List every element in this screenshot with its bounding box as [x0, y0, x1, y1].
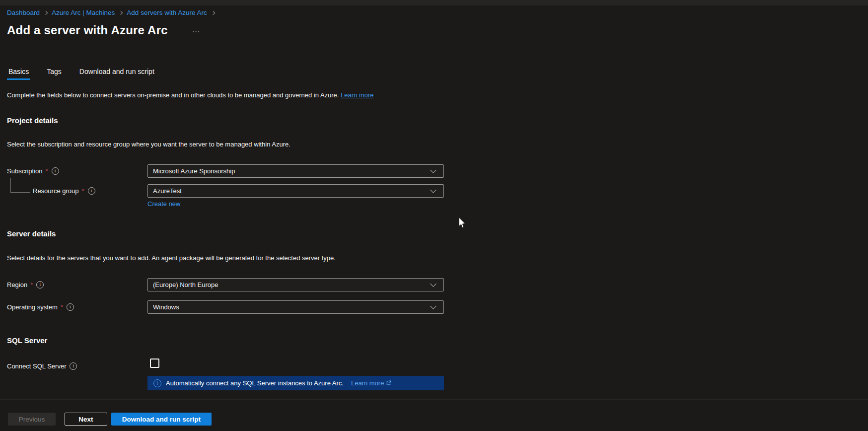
subscription-label-text: Subscription: [7, 167, 43, 175]
region-value: (Europe) North Europe: [148, 281, 431, 288]
tab-basics[interactable]: Basics: [7, 68, 30, 80]
region-label: Region *: [7, 281, 44, 288]
info-icon[interactable]: [67, 303, 74, 311]
chevron-down-icon: [430, 187, 436, 193]
sql-info-banner-text: Automatically connect any SQL Server ins…: [166, 379, 344, 387]
intro-text: Complete the fields below to connect ser…: [7, 91, 374, 99]
resource-group-value: AzureTest: [148, 187, 431, 195]
project-details-heading: Project details: [7, 116, 58, 125]
sql-info-banner: Automatically connect any SQL Server ins…: [147, 376, 444, 390]
breadcrumb-azure-arc-machines[interactable]: Azure Arc | Machines: [52, 9, 115, 16]
mouse-cursor: [458, 217, 467, 229]
resource-group-dropdown[interactable]: AzureTest: [147, 184, 444, 198]
intro-learn-more-link[interactable]: Learn more: [341, 91, 373, 99]
create-new-link[interactable]: Create new: [147, 200, 180, 208]
required-asterisk: *: [30, 281, 33, 288]
operating-system-dropdown[interactable]: Windows: [147, 300, 444, 314]
next-button[interactable]: Next: [65, 413, 107, 426]
operating-system-label: Operating system *: [7, 303, 74, 311]
parent-child-connector: [10, 178, 30, 193]
server-details-description: Select details for the servers that you …: [7, 254, 336, 262]
tab-tags[interactable]: Tags: [45, 68, 63, 80]
project-details-description: Select the subscription and resource gro…: [7, 141, 290, 148]
external-link-icon: [386, 380, 391, 386]
connect-sql-server-label: Connect SQL Server: [7, 362, 77, 370]
footer-divider: [0, 400, 868, 400]
operating-system-label-text: Operating system: [7, 303, 58, 311]
breadcrumb-add-servers[interactable]: Add servers with Azure Arc: [127, 9, 207, 16]
required-asterisk: *: [61, 303, 63, 311]
sql-server-heading: SQL Server: [7, 336, 47, 345]
previous-button[interactable]: Previous: [8, 413, 56, 426]
chevron-down-icon: [430, 167, 436, 173]
subscription-value: Microsoft Azure Sponsorship: [148, 167, 431, 175]
sql-banner-learn-more-link[interactable]: Learn more: [351, 379, 391, 387]
tab-download-and-run-script[interactable]: Download and run script: [78, 68, 156, 80]
subscription-dropdown[interactable]: Microsoft Azure Sponsorship: [147, 164, 444, 178]
chevron-right-icon: [119, 11, 123, 15]
chevron-down-icon: [430, 303, 436, 309]
connect-sql-server-checkbox[interactable]: [150, 359, 159, 368]
sql-banner-learn-more-label: Learn more: [351, 379, 384, 387]
server-details-heading: Server details: [7, 229, 56, 238]
required-asterisk: *: [82, 187, 84, 195]
resource-group-label: Resource group *: [33, 187, 95, 195]
chevron-right-icon: [44, 11, 48, 15]
resource-group-label-text: Resource group: [33, 187, 79, 195]
operating-system-value: Windows: [148, 303, 431, 311]
info-icon: [153, 379, 161, 387]
azure-portal-blade: Dashboard Azure Arc | Machines Add serve…: [0, 0, 868, 431]
page-title: Add a server with Azure Arc: [7, 23, 168, 37]
top-bar-edge: [0, 0, 868, 5]
breadcrumb: Dashboard Azure Arc | Machines Add serve…: [7, 9, 215, 16]
intro-description: Complete the fields below to connect ser…: [7, 91, 339, 99]
chevron-right-icon: [211, 11, 215, 15]
chevron-down-icon: [430, 281, 436, 287]
subscription-label: Subscription *: [7, 167, 59, 175]
breadcrumb-dashboard[interactable]: Dashboard: [7, 9, 40, 16]
info-icon[interactable]: [88, 187, 95, 195]
more-options-button[interactable]: …: [192, 25, 201, 35]
required-asterisk: *: [46, 167, 48, 175]
info-icon[interactable]: [52, 167, 59, 175]
tab-bar: Basics Tags Download and run script: [7, 68, 171, 80]
connect-sql-server-label-text: Connect SQL Server: [7, 362, 66, 370]
download-and-run-script-button[interactable]: Download and run script: [111, 413, 212, 426]
region-dropdown[interactable]: (Europe) North Europe: [147, 278, 444, 291]
region-label-text: Region: [7, 281, 27, 288]
info-icon[interactable]: [70, 362, 77, 370]
info-icon[interactable]: [36, 281, 44, 288]
